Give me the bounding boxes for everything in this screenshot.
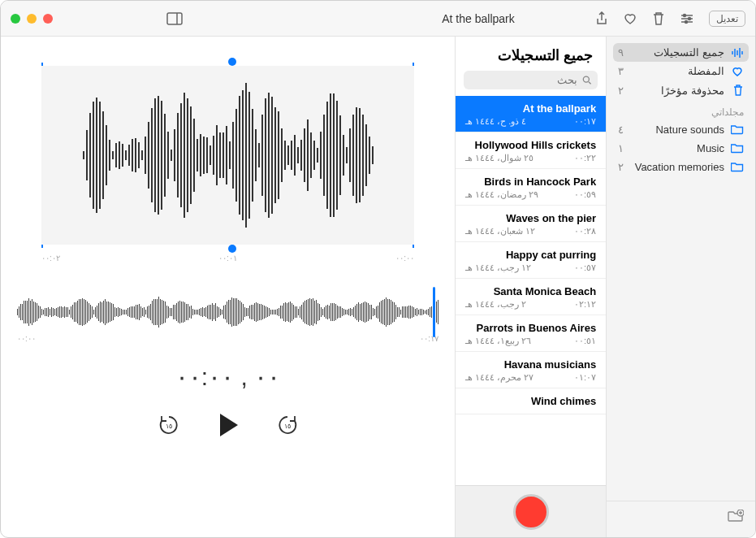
sidebar: جميع التسجيلات ٩ المفضلة ٣ محذوفة مؤخرًا… bbox=[606, 37, 755, 537]
folder-icon bbox=[731, 143, 744, 154]
new-folder-icon bbox=[728, 510, 744, 523]
skip-back-icon: ١٥ bbox=[158, 414, 180, 436]
overview-start: ٠٠:٠٠ bbox=[17, 334, 36, 343]
recording-duration: ٠١:٠٧ bbox=[574, 372, 596, 383]
svg-text:١٥: ١٥ bbox=[284, 423, 291, 430]
recording-date: ١٢ شعبان، ١٤٤٤ هـ bbox=[465, 226, 535, 236]
folder-icon bbox=[731, 124, 744, 135]
recording-title: Happy cat purring bbox=[465, 249, 596, 261]
waveform-overview[interactable] bbox=[17, 292, 438, 332]
trim-handle-top[interactable] bbox=[228, 58, 236, 66]
recording-date: ٢ رجب، ١٤٤٤ هـ bbox=[465, 299, 526, 310]
recording-item[interactable]: Santa Monica Beach ٠٢:١٢ ٢ رجب، ١٤٤٤ هـ bbox=[456, 279, 606, 315]
sidebar-item-count: ٩ bbox=[618, 46, 624, 59]
playback-controls: ١٥ ١٥ bbox=[17, 412, 438, 438]
recording-date: ٢٩ رمضان، ١٤٤٤ هـ bbox=[465, 189, 538, 200]
waveform-bars bbox=[41, 66, 414, 245]
waveform-main[interactable]: ٠٠:٠٢ ٠٠:٠١ ٠٠:٠٠ bbox=[17, 58, 438, 269]
svg-point-4 bbox=[689, 17, 691, 20]
folder-label: Nature sounds bbox=[655, 124, 724, 136]
delete-button[interactable] bbox=[652, 11, 665, 26]
close-button[interactable] bbox=[43, 14, 53, 24]
heart-icon bbox=[731, 66, 744, 77]
recording-title: At the ballpark bbox=[465, 102, 596, 115]
recording-duration: ٠٢:١٢ bbox=[574, 299, 596, 310]
sidebar-toggle-button[interactable] bbox=[166, 12, 183, 25]
recording-item[interactable]: Hollywood Hills crickets ٠٠:٢٢ ٢٥ شوال، … bbox=[456, 132, 606, 169]
folder-count: ٢ bbox=[618, 161, 624, 173]
current-time: ٠٠ , ٠٠:٠٠ bbox=[17, 362, 438, 391]
sidebar-item[interactable]: محذوفة مؤخرًا ٢ bbox=[607, 80, 755, 100]
recording-item[interactable]: At the ballpark ٠٠:١٧ ٤ ذو. ح، ١٤٤٤ هـ bbox=[456, 96, 606, 132]
skip-forward-button[interactable]: ١٥ bbox=[275, 413, 300, 437]
search-field[interactable] bbox=[464, 71, 598, 89]
recording-title: Santa Monica Beach bbox=[465, 285, 596, 297]
sidebar-folder[interactable]: Music ١ bbox=[607, 139, 755, 158]
recording-title: Waves on the pier bbox=[465, 212, 596, 224]
settings-button[interactable] bbox=[680, 12, 694, 25]
maximize-button[interactable] bbox=[11, 14, 20, 24]
recording-item[interactable]: Waves on the pier ٠٠:٢٨ ١٢ شعبان، ١٤٤٤ ه… bbox=[456, 206, 606, 242]
playhead[interactable] bbox=[433, 287, 435, 337]
svg-text:١٥: ١٥ bbox=[166, 423, 172, 430]
folder-label: Vacation memories bbox=[635, 161, 724, 173]
recording-date: ٢٦ ربيع١، ١٤٤٤ هـ bbox=[465, 336, 531, 346]
list-header: جميع التسجيلات bbox=[456, 37, 606, 71]
sidebar-folder[interactable]: Vacation memories ٢ bbox=[607, 158, 755, 176]
app-window: تعديل At the ballpark bbox=[0, 0, 756, 538]
folders-header: مجلداتي bbox=[607, 100, 755, 120]
sidebar-item[interactable]: المفضلة ٣ bbox=[607, 62, 755, 80]
recording-item[interactable]: Wind chimes bbox=[456, 388, 606, 414]
waveform-icon bbox=[731, 47, 744, 59]
record-button[interactable] bbox=[513, 494, 549, 530]
heart-icon bbox=[623, 12, 637, 25]
folder-label: Music bbox=[697, 142, 724, 154]
sidebar-icon bbox=[166, 12, 183, 25]
recording-title: Parrots in Buenos Aires bbox=[465, 322, 596, 334]
sidebar-item-label: المفضلة bbox=[688, 65, 724, 77]
play-button[interactable] bbox=[217, 412, 240, 438]
trash-icon bbox=[731, 84, 744, 97]
recording-item[interactable]: Parrots in Buenos Aires ٠٠:٥١ ٢٦ ربيع١، … bbox=[456, 315, 606, 352]
recording-title: Hollywood Hills crickets bbox=[465, 139, 596, 151]
svg-point-16 bbox=[583, 76, 589, 82]
sidebar-item[interactable]: جميع التسجيلات ٩ bbox=[613, 43, 749, 62]
overview-end: ٠٠:١٧ bbox=[420, 334, 438, 343]
sidebar-item-count: ٢ bbox=[618, 85, 624, 97]
sliders-icon bbox=[680, 12, 694, 25]
window-title: At the ballpark bbox=[183, 12, 595, 25]
sidebar-folder[interactable]: Nature sounds ٤ bbox=[607, 120, 755, 139]
folder-count: ٤ bbox=[618, 124, 624, 136]
share-icon bbox=[595, 11, 608, 26]
recording-date: ٢٧ محرم، ١٤٤٤ هـ bbox=[465, 372, 534, 383]
new-folder-button[interactable] bbox=[728, 510, 744, 523]
recordings-scroll[interactable]: At the ballpark ٠٠:١٧ ٤ ذو. ح، ١٤٤٤ هـHo… bbox=[456, 96, 606, 485]
window-controls bbox=[11, 14, 53, 24]
recording-item[interactable]: Havana musicians ٠١:٠٧ ٢٧ محرم، ١٤٤٤ هـ bbox=[456, 352, 606, 388]
edit-button[interactable]: تعديل bbox=[709, 11, 745, 27]
recording-date: ١٢ رجب، ١٤٤٤ هـ bbox=[465, 262, 531, 273]
search-icon bbox=[582, 75, 591, 85]
recording-item[interactable]: Happy cat purring ٠٠:٥٧ ١٢ رجب، ١٤٤٤ هـ bbox=[456, 242, 606, 279]
ruler-mark: ٠٠:٠١ bbox=[218, 254, 237, 262]
record-bar bbox=[456, 485, 606, 537]
recording-duration: ٠٠:٢٨ bbox=[574, 226, 596, 236]
recording-duration: ٠٠:٢٢ bbox=[574, 153, 596, 163]
folder-icon bbox=[731, 162, 744, 172]
sidebar-item-count: ٣ bbox=[618, 65, 624, 77]
svg-line-17 bbox=[589, 82, 591, 85]
recording-date: ٢٥ شوال، ١٤٤٤ هـ bbox=[465, 153, 534, 163]
sidebar-item-label: جميع التسجيلات bbox=[654, 46, 724, 59]
trim-handle-bottom[interactable] bbox=[228, 245, 236, 253]
recording-item[interactable]: Birds in Hancock Park ٠٠:٥٩ ٢٩ رمضان، ١٤… bbox=[456, 169, 606, 206]
trash-icon bbox=[652, 11, 665, 26]
minimize-button[interactable] bbox=[27, 14, 37, 24]
folder-count: ١ bbox=[618, 142, 624, 154]
share-button[interactable] bbox=[595, 11, 608, 26]
recording-title: Birds in Hancock Park bbox=[465, 176, 596, 188]
search-input[interactable] bbox=[470, 74, 577, 86]
svg-rect-6 bbox=[167, 13, 182, 24]
skip-back-button[interactable]: ١٥ bbox=[157, 413, 181, 437]
favorite-button[interactable] bbox=[623, 12, 637, 25]
detail-pane: ٠٠:٠٢ ٠٠:٠١ ٠٠:٠٠ ٠٠:٠٠ ٠٠:١٧ ٠٠ , ٠٠:٠٠… bbox=[1, 37, 455, 537]
